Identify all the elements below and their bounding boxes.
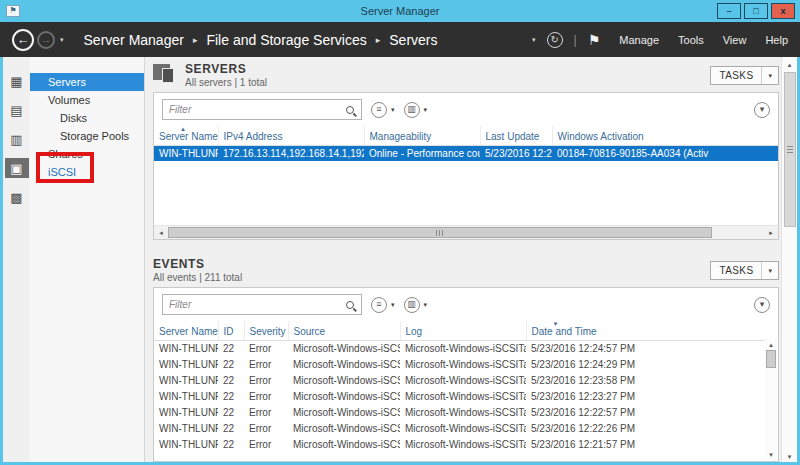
sidebar-item-storage-pools[interactable]: Storage Pools <box>30 127 144 145</box>
servers-tasks-button[interactable]: TASKS ▾ <box>710 66 779 85</box>
event-row[interactable]: WIN-THLUNRVGHBO22ErrorMicrosoft-Windows-… <box>154 340 765 356</box>
address-caret-icon[interactable]: ▾ <box>532 36 536 44</box>
cell-server: WIN-THLUNRVGHBO <box>154 420 218 436</box>
menu-help[interactable]: Help <box>765 34 788 46</box>
history-caret-icon[interactable]: ▾ <box>60 36 64 44</box>
scrollbar-thumb[interactable] <box>168 227 712 238</box>
breadcrumb-file-storage-services[interactable]: File and Storage Services <box>206 32 366 48</box>
cell-log: Microsoft-Windows-iSCSITarget-Service/Ad… <box>400 420 526 436</box>
event-row[interactable]: WIN-THLUNRVGHBO22ErrorMicrosoft-Windows-… <box>154 372 765 388</box>
col-id[interactable]: ID <box>218 321 244 340</box>
event-row[interactable]: WIN-THLUNRVGHBO22ErrorMicrosoft-Windows-… <box>154 436 765 452</box>
cell-datetime: 5/23/2016 12:22:26 PM <box>526 420 765 436</box>
menu-manage[interactable]: Manage <box>619 34 659 46</box>
menu-view[interactable]: View <box>723 34 747 46</box>
close-button[interactable]: x <box>771 3 795 19</box>
file-storage-services-icon[interactable]: ▣ ▸ <box>5 158 29 178</box>
servers-filter-input[interactable] <box>163 104 339 115</box>
scroll-up-icon[interactable]: ▴ <box>769 339 773 350</box>
scrollbar-thumb[interactable] <box>766 350 776 368</box>
dashboard-icon[interactable]: ▦ <box>5 71 29 91</box>
col-last-update[interactable]: Last Update <box>480 126 552 145</box>
save-caret-icon: ▾ <box>424 106 428 114</box>
events-vertical-scrollbar[interactable]: ▴ ▾ <box>765 339 777 460</box>
cell-server: WIN-THLUNRVGHBO <box>154 356 218 372</box>
events-collapse-button[interactable]: ▾ <box>754 297 770 313</box>
refresh-icon[interactable]: ↻ <box>547 32 563 48</box>
save-caret-icon: ▾ <box>424 301 428 309</box>
events-filter-input[interactable] <box>163 299 339 310</box>
col-server-name[interactable]: Server Name <box>154 321 218 340</box>
menu-tools[interactable]: Tools <box>678 34 704 46</box>
sidebar: Servers Volumes Disks Storage Pools Shar… <box>30 57 145 462</box>
event-row[interactable]: WIN-THLUNRVGHBO22ErrorMicrosoft-Windows-… <box>154 404 765 420</box>
sidebar-item-volumes[interactable]: Volumes <box>30 91 144 109</box>
minimize-button[interactable]: – <box>717 3 741 19</box>
cell-severity: Error <box>244 372 288 388</box>
events-save-filter-button[interactable]: ▥ ▾ <box>404 297 428 313</box>
file-storage-glyph: ▣ <box>10 162 22 175</box>
services-icon[interactable]: ▩ <box>5 187 29 207</box>
cell-log: Microsoft-Windows-iSCSITarget-Service/Ad… <box>400 372 526 388</box>
criteria-icon: ≡ <box>371 102 387 118</box>
all-servers-icon[interactable]: ▥ <box>5 129 29 149</box>
maximize-button[interactable]: □ <box>744 3 768 19</box>
events-tasks-button[interactable]: TASKS ▾ <box>710 261 779 280</box>
cell-log: Microsoft-Windows-iSCSITarget-Service/Ad… <box>400 404 526 420</box>
breadcrumb-server-manager[interactable]: Server Manager <box>84 32 184 48</box>
cell-last-update: 5/23/2016 12:25:00 PM <box>480 145 552 161</box>
col-ipv4-address[interactable]: IPv4 Address <box>218 126 364 145</box>
sidebar-item-disks[interactable]: Disks <box>30 109 144 127</box>
servers-save-filter-button[interactable]: ▥ ▾ <box>404 102 428 118</box>
window-title: Server Manager <box>0 5 800 17</box>
breadcrumb: Server Manager ▸ File and Storage Servic… <box>84 32 438 48</box>
servers-table-header: ▲Server Name IPv4 Address Manageability … <box>154 126 778 145</box>
col-manageability[interactable]: Manageability <box>364 126 480 145</box>
servers-collapse-button[interactable]: ▾ <box>754 102 770 118</box>
events-title: EVENTS <box>153 257 242 271</box>
cell-id: 22 <box>218 436 244 452</box>
servers-criteria-button[interactable]: ≡ ▾ <box>371 102 395 118</box>
breadcrumb-servers[interactable]: Servers <box>389 32 437 48</box>
breadcrumb-separator-icon: ▸ <box>193 35 198 45</box>
col-windows-activation[interactable]: Windows Activation <box>552 126 778 145</box>
local-server-icon[interactable]: ▤ <box>5 100 29 120</box>
scroll-right-icon[interactable]: ▸ <box>764 229 778 237</box>
event-row[interactable]: WIN-THLUNRVGHBO22ErrorMicrosoft-Windows-… <box>154 420 765 436</box>
section-gap <box>153 240 779 257</box>
sort-desc-icon: ▼ <box>553 321 559 327</box>
forward-icon[interactable]: → <box>37 31 55 49</box>
cell-severity: Error <box>244 340 288 356</box>
collapse-chevron-icon: ▾ <box>754 297 770 313</box>
search-icon[interactable] <box>339 100 361 119</box>
scroll-down-icon[interactable]: ▾ <box>788 451 792 462</box>
event-row[interactable]: WIN-THLUNRVGHBO22ErrorMicrosoft-Windows-… <box>154 388 765 404</box>
scrollbar-thumb[interactable] <box>784 72 796 227</box>
events-panel: ≡ ▾ ▥ ▾ ▾ S <box>153 287 779 462</box>
col-severity[interactable]: Severity <box>244 321 288 340</box>
col-source[interactable]: Source <box>288 321 400 340</box>
col-log[interactable]: Log <box>400 321 526 340</box>
search-icon[interactable] <box>339 295 361 314</box>
scroll-up-icon[interactable]: ▴ <box>788 59 792 70</box>
back-icon[interactable]: ← <box>12 29 34 51</box>
cell-server: WIN-THLUNRVGHBO <box>154 388 218 404</box>
servers-table: ▲Server Name IPv4 Address Manageability … <box>154 126 778 161</box>
events-filterbar: ≡ ▾ ▥ ▾ ▾ <box>154 288 778 321</box>
scroll-down-icon[interactable]: ▾ <box>769 449 773 460</box>
sidebar-item-servers[interactable]: Servers <box>30 73 144 91</box>
notifications-flag-icon[interactable]: ⚑ <box>588 33 601 47</box>
event-row[interactable]: WIN-THLUNRVGHBO22ErrorMicrosoft-Windows-… <box>154 356 765 372</box>
server-manager-window: ⚑ Server Manager – □ x ← → ▾ Server Mana… <box>0 0 800 465</box>
navbar-right: ▾ ↻ | ⚑ Manage Tools View Help <box>527 32 788 48</box>
cell-id: 22 <box>218 340 244 356</box>
server-row[interactable]: WIN-THLUNRVGHBO 172.16.13.114,192.168.14… <box>154 145 778 161</box>
servers-horizontal-scrollbar[interactable]: ◂ ▸ <box>154 225 778 239</box>
col-server-name[interactable]: ▲Server Name <box>154 126 218 145</box>
cell-severity: Error <box>244 420 288 436</box>
main-vertical-scrollbar[interactable]: ▴ ▾ <box>781 57 797 462</box>
col-date-time[interactable]: ▼Date and Time <box>526 321 765 340</box>
scroll-left-icon[interactable]: ◂ <box>154 229 168 237</box>
servers-filter-box <box>162 99 362 120</box>
events-criteria-button[interactable]: ≡ ▾ <box>371 297 395 313</box>
